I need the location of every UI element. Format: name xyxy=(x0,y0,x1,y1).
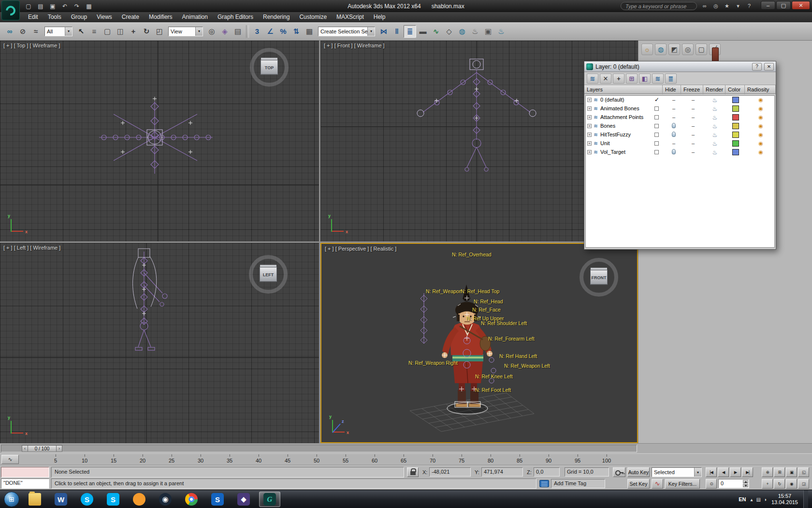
viewport-perspective[interactable]: N: Ref_OverheadN: Ref_WeaponN: Ref_Head … xyxy=(320,243,638,443)
render-cell[interactable]: ♨ xyxy=(706,114,724,121)
percent-snap-toggle-icon[interactable]: % xyxy=(277,25,290,38)
viewport-left[interactable]: [ + ] [ Left ] [ Wireframe ] LEFT x y xyxy=(0,243,319,443)
orbit-icon[interactable]: ↻ xyxy=(774,479,785,489)
freeze-cell[interactable]: – xyxy=(684,105,702,111)
menu-maxscript[interactable]: MAXScript xyxy=(332,12,369,22)
expand-icon[interactable]: + xyxy=(587,141,592,146)
go-to-start-icon[interactable]: |◀ xyxy=(706,467,717,477)
current-layer-cell[interactable] xyxy=(654,133,659,137)
render-cell[interactable]: ♨ xyxy=(706,97,724,104)
freeze-cell[interactable]: – xyxy=(684,97,702,103)
column-header-freeze[interactable]: Freeze xyxy=(681,85,703,94)
radiosity-cell[interactable]: ◉ xyxy=(752,114,770,120)
rendered-frame-window-icon[interactable]: ▣ xyxy=(482,25,494,38)
render-cell[interactable]: ♨ xyxy=(706,105,724,112)
dialog-title-bar[interactable]: Layer: 0 (default) ? ✕ xyxy=(584,61,776,72)
material-editor-icon[interactable]: ◍ xyxy=(456,25,468,38)
viewport-label-perspective[interactable]: [ + ] [ Perspective ] [ Realistic ] xyxy=(325,246,396,252)
keyboard-shortcut-override-icon[interactable]: ▤ xyxy=(232,25,244,38)
maxscript-listener-pane[interactable]: "DONE" xyxy=(1,478,49,489)
tray-volume-icon[interactable]: ◗ xyxy=(764,497,767,502)
project-folder-icon[interactable]: ▦ xyxy=(84,1,94,11)
expand-icon[interactable]: + xyxy=(587,106,592,111)
rectangular-selection-region-icon[interactable]: ▢ xyxy=(101,25,114,38)
menu-views[interactable]: Views xyxy=(92,12,117,22)
radiosity-cell[interactable]: ◉ xyxy=(752,123,770,129)
favorites-icon[interactable]: ★ xyxy=(722,1,732,10)
dialog-help-button[interactable]: ? xyxy=(752,63,762,71)
current-layer-cell[interactable]: ✓ xyxy=(654,96,661,103)
window-crossing-icon[interactable]: ◫ xyxy=(114,25,127,38)
track-bar[interactable]: 5101520253035404550556065707580859095100 xyxy=(21,454,638,466)
menu-tools[interactable]: Tools xyxy=(43,12,66,22)
start-button[interactable]: ⊞ xyxy=(4,492,19,507)
curve-editor-icon[interactable]: ∿ xyxy=(430,25,442,38)
column-header-render[interactable]: Render xyxy=(703,85,725,94)
menu-create[interactable]: Create xyxy=(117,12,144,22)
layer-row[interactable]: +≋Bones–♨◉ xyxy=(586,122,774,131)
graphite-ribbon-icon[interactable]: ▬ xyxy=(417,25,429,38)
selection-filter-dropdown[interactable]: All▾ xyxy=(44,27,72,36)
radiosity-cell[interactable]: ◉ xyxy=(752,149,770,155)
open-mini-curve-editor-button[interactable]: ∿ xyxy=(1,455,19,464)
play-animation-icon[interactable]: ▶ xyxy=(730,467,741,477)
previous-frame-icon[interactable]: ◀ xyxy=(718,467,729,477)
render-cell[interactable]: ♨ xyxy=(706,140,724,147)
current-layer-cell[interactable] xyxy=(654,106,659,111)
freeze-cell[interactable]: – xyxy=(684,114,702,120)
unlink-selection-icon[interactable]: ⊘ xyxy=(16,25,29,38)
zoom-all-icon[interactable]: ⊞ xyxy=(774,467,785,477)
render-cell[interactable]: ♨ xyxy=(706,132,724,138)
taskbar-explorer[interactable] xyxy=(24,492,45,507)
select-and-rotate-icon[interactable]: ↻ xyxy=(140,25,153,38)
taskbar-blue-s-app[interactable]: S xyxy=(207,492,228,507)
next-frame-arrow[interactable]: › xyxy=(56,445,62,452)
taskbar-clock[interactable]: 15:57 13.04.2015 xyxy=(771,493,798,506)
hide-cell[interactable] xyxy=(667,149,681,155)
application-menu-button[interactable] xyxy=(1,0,20,20)
select-object-icon[interactable]: ↖ xyxy=(75,25,87,38)
tray-network-icon[interactable]: ▤ xyxy=(756,497,760,502)
dialog-close-button[interactable]: ✕ xyxy=(764,63,774,71)
pan-icon[interactable]: + xyxy=(762,479,773,489)
angle-snap-toggle-icon[interactable]: ∠ xyxy=(264,25,276,38)
community-icon[interactable]: ◎ xyxy=(711,1,721,10)
snaps-toggle-icon[interactable]: 3 xyxy=(251,25,263,38)
render-production-icon[interactable]: ♨ xyxy=(495,25,508,38)
auto-key-button[interactable]: Auto Key xyxy=(627,467,650,477)
chevron-down-icon[interactable]: ▾ xyxy=(65,27,72,36)
zoom-region-icon[interactable]: ◱ xyxy=(798,467,809,477)
menu-graph-editors[interactable]: Graph Editors xyxy=(213,12,258,22)
bind-to-space-warp-icon[interactable]: ≈ xyxy=(29,25,42,38)
select-layer-objects-icon[interactable]: ⊞ xyxy=(626,74,638,84)
minimize-button[interactable]: – xyxy=(761,1,775,10)
key-mode-dropdown[interactable]: Selected ▾ xyxy=(652,467,702,477)
radiosity-cell[interactable]: ◉ xyxy=(752,140,770,147)
search-input[interactable] xyxy=(621,2,697,10)
key-filters-button[interactable]: Key Filters... xyxy=(665,479,700,489)
material-sphere-icon[interactable]: ◍ xyxy=(655,44,667,55)
current-layer-cell[interactable] xyxy=(654,150,659,154)
select-and-link-icon[interactable]: ∞ xyxy=(3,25,16,38)
add-to-layer-icon[interactable]: + xyxy=(613,74,624,84)
open-file-icon[interactable]: ▤ xyxy=(35,1,46,11)
taskbar-3dsmax[interactable]: G xyxy=(259,492,280,507)
expand-icon[interactable]: + xyxy=(587,150,592,154)
layer-manager-icon[interactable]: ≣ xyxy=(404,25,416,38)
select-and-scale-icon[interactable]: ◰ xyxy=(153,25,166,38)
layer-row[interactable]: +≋Vol_Target–♨◉ xyxy=(586,148,774,157)
coord-z-field[interactable]: 0,0 xyxy=(534,467,560,477)
select-and-move-icon[interactable]: + xyxy=(127,25,140,38)
freeze-cell[interactable]: – xyxy=(684,123,702,129)
current-layer-cell[interactable] xyxy=(654,141,659,146)
reference-coordinate-dropdown[interactable]: View▾ xyxy=(168,27,203,36)
radiosity-cell[interactable]: ◉ xyxy=(752,132,770,138)
view-cube-face[interactable]: TOP xyxy=(261,60,278,75)
layer-color-swatch[interactable] xyxy=(732,140,739,147)
column-header-color[interactable]: Color xyxy=(725,85,745,94)
hide-cell[interactable]: – xyxy=(667,140,681,146)
spinner-up-icon[interactable] xyxy=(743,480,748,483)
layer-color-swatch[interactable] xyxy=(732,105,739,112)
view-cube-face[interactable]: LEFT xyxy=(260,267,277,282)
layer-row[interactable]: +≋HitTestFuzzy–♨◉ xyxy=(586,131,774,139)
